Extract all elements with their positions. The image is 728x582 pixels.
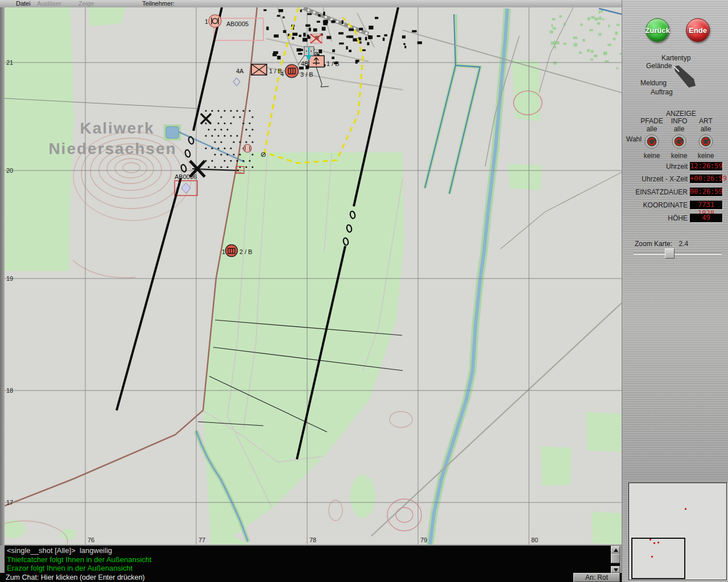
- zoom-caption: Zoom Karte:: [635, 240, 672, 248]
- chat-message: Erazor folgt Ihnen in der Außenansicht: [7, 564, 609, 573]
- info-knob[interactable]: [672, 134, 686, 149]
- pen-pointer-icon: [672, 65, 697, 89]
- minimap-unit-dot: [657, 542, 659, 543]
- zoom-label: Zoom Karte: 2.4: [635, 240, 688, 248]
- minimap-viewport-rect[interactable]: [631, 538, 685, 579]
- col-keine: keine: [666, 152, 692, 160]
- svg-text:1 / B: 1 / B: [326, 60, 340, 67]
- anzeige-col-pfade: PFADE alle keine: [639, 117, 665, 160]
- readout-x-zeit: Uhrzeit - X-Zeit +00:26:59: [622, 174, 728, 184]
- svg-text:4B: 4B: [301, 60, 308, 67]
- scroll-down-button[interactable]: [611, 566, 620, 573]
- scroll-thumb[interactable]: [611, 554, 620, 563]
- led-display: 00:26:59: [690, 188, 722, 196]
- chat-log[interactable]: <single__shot [Alle]> langweilig Thiefca…: [5, 546, 611, 573]
- col-name: PFADE: [639, 117, 665, 125]
- svg-text:78: 78: [309, 537, 316, 543]
- chat-recipient-dropdown[interactable]: An: Rot: [573, 573, 620, 582]
- anzeige-title: ANZEIGE: [666, 110, 696, 118]
- svg-text:17: 17: [6, 499, 13, 506]
- readout-label: KOORDINATE: [643, 201, 688, 209]
- anzeige-col-art: ART alle keine: [693, 117, 719, 160]
- svg-text:3 / B: 3 / B: [300, 71, 313, 78]
- svg-text:77: 77: [198, 537, 205, 543]
- place-label-niedersachsen: Niedersachsen: [48, 140, 176, 157]
- svg-text:76: 76: [88, 537, 94, 543]
- chat-input-bar[interactable]: Zum Chat: Hier klicken (oder Enter drück…: [0, 573, 622, 582]
- chat-scrollbar[interactable]: [611, 546, 620, 573]
- auftrag-label[interactable]: Auftrag: [651, 88, 673, 96]
- readout-label: EINSATZDAUER: [635, 188, 688, 196]
- end-button[interactable]: Ende: [686, 18, 710, 42]
- map-type-value[interactable]: Gelände: [646, 62, 672, 70]
- col-name: ART: [693, 117, 719, 125]
- svg-text:4A: 4A: [236, 68, 244, 74]
- unit-recon-small[interactable]: [243, 144, 251, 152]
- svg-text:18: 18: [6, 387, 13, 394]
- menu-datei[interactable]: Datei: [16, 0, 31, 7]
- svg-text:19: 19: [6, 275, 13, 282]
- minimap-unit-dot: [653, 542, 655, 544]
- menu-ausloeser: Auslöser: [37, 0, 61, 7]
- col-name: INFO: [666, 117, 692, 125]
- svg-text:1: 1: [222, 248, 225, 255]
- scroll-up-button[interactable]: [611, 546, 620, 554]
- control-panel: Zurück Ende Kartentyp Gelände Meldung Au…: [622, 0, 728, 582]
- minimap-unit-dot: [651, 556, 653, 558]
- x-marks: [190, 114, 244, 177]
- place-label-kaliwerk: Kaliwerk: [80, 119, 154, 137]
- menu-zeige: Zeige: [78, 0, 94, 7]
- menu-bar: Datei Auslöser Zeige Teilnehmer:: [0, 0, 622, 7]
- unit-recon-top[interactable]: 1: [205, 15, 221, 27]
- back-button[interactable]: Zurück: [646, 18, 669, 42]
- col-alle: alle: [666, 125, 692, 133]
- zoom-slider-thumb[interactable]: [665, 248, 675, 259]
- minimap-unit-dot: [685, 508, 686, 510]
- svg-text:79: 79: [420, 537, 427, 543]
- readout-hoehe: HÖHE 49: [622, 214, 728, 223]
- readout-label: Uhrzeit - X-Zeit: [642, 175, 688, 183]
- readout-einsatzdauer: EINSATZDAUER 00:26:59: [622, 188, 728, 197]
- readout-koordinate: KOORDINATE 7731 1928: [622, 201, 728, 210]
- readout-label: HÖHE: [668, 214, 688, 222]
- svg-text:21: 21: [6, 59, 13, 66]
- scrub-speckle: [550, 10, 622, 69]
- tactical-map[interactable]: 76 77 78 79 80 21 20 19 18 17 Kaliwerk N…: [5, 7, 622, 544]
- app-window: Datei Auslöser Zeige Teilnehmer:: [0, 0, 728, 582]
- readout-uhrzeit: Uhrzeit 12:26:59: [622, 162, 728, 171]
- col-keine: keine: [639, 152, 665, 160]
- col-keine: keine: [693, 152, 719, 160]
- map-viewport[interactable]: 76 77 78 79 80 21 20 19 18 17 Kaliwerk N…: [5, 7, 622, 544]
- meldung-label[interactable]: Meldung: [640, 79, 667, 87]
- anzeige-col-info: INFO alle keine: [666, 117, 692, 160]
- minimap-unit-dot: [650, 539, 651, 541]
- svg-text:1: 1: [205, 18, 208, 25]
- col-alle: alle: [693, 125, 719, 133]
- participants-label: Teilnehmer:: [142, 0, 175, 7]
- chat-message: Thiefcatcher folgt Ihnen in der Außenans…: [7, 555, 609, 564]
- chat-message: <single__shot [Alle]> langweilig: [7, 546, 609, 555]
- pfade-knob[interactable]: [644, 134, 659, 149]
- zoom-slider-track[interactable]: [634, 253, 722, 255]
- svg-text:20: 20: [6, 167, 13, 174]
- led-display: +00:26:59: [690, 174, 722, 183]
- window-frame: [0, 7, 5, 546]
- svg-text:4: 4: [280, 70, 284, 77]
- map-type-label: Kartentyp: [661, 54, 690, 62]
- svg-text:2 / B: 2 / B: [239, 248, 253, 255]
- unit-crossed-red[interactable]: [311, 34, 322, 43]
- objective-diamond: [233, 78, 240, 86]
- minimap[interactable]: [628, 483, 727, 580]
- chat-prompt[interactable]: Zum Chat: Hier klicken (oder Enter drück…: [6, 573, 145, 581]
- led-display: 7731 1928: [690, 201, 722, 209]
- led-display: 49: [690, 214, 722, 222]
- svg-text:AB0005: AB0005: [226, 20, 249, 27]
- readout-label: Uhrzeit: [666, 163, 688, 171]
- led-display: 12:26:59: [690, 162, 722, 171]
- zoom-value: 2.4: [679, 240, 688, 248]
- unit-infantry-4a[interactable]: 4A 1 / B: [236, 64, 282, 75]
- art-knob[interactable]: [698, 134, 713, 149]
- svg-text:80: 80: [531, 537, 538, 543]
- col-alle: alle: [639, 125, 665, 133]
